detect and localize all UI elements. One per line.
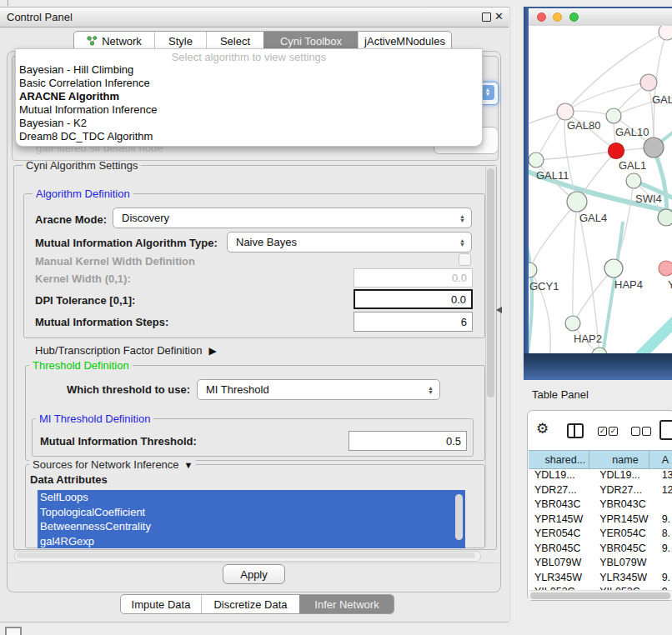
settings-gear-icon[interactable]: ⚙ (536, 422, 549, 436)
table-cell[interactable]: YDR27... (589, 483, 649, 498)
tab-infer-network[interactable]: Infer Network (299, 595, 394, 613)
zoom-traffic-light-icon[interactable] (569, 12, 579, 22)
unchecked-checkbox-icon[interactable] (631, 427, 640, 436)
algorithm-option[interactable]: Basic Correlation Inference (16, 77, 482, 90)
tab-select[interactable]: Select (206, 32, 263, 50)
attribute-list-item[interactable]: gal4RGexp (38, 534, 465, 549)
table-row[interactable]: YBR045CYBR045C9. (529, 542, 672, 557)
table-cell[interactable]: 12 (649, 483, 672, 498)
table-cell[interactable]: YBL079W (589, 556, 649, 571)
mi-threshold-field[interactable]: 0.5 (349, 431, 467, 451)
table-row[interactable]: YDR27...YDR27...12 (529, 483, 672, 498)
table-cell[interactable]: 9. (649, 571, 672, 586)
mi-algorithm-type-select[interactable]: Naive Bayes ▲▼ (227, 232, 472, 252)
settings-vertical-scrollbar[interactable] (485, 166, 496, 548)
column-header-shared-name[interactable]: shared... (529, 451, 589, 468)
table-cell[interactable]: YER054C (589, 527, 649, 542)
node-gal80[interactable] (557, 103, 574, 120)
checked-checkbox-icon[interactable]: ✓ (609, 427, 618, 436)
tab-impute-data[interactable]: Impute Data (121, 595, 201, 613)
table-row[interactable]: YBR043CYBR043C (529, 498, 672, 512)
settings-horizontal-scrollbar[interactable] (14, 551, 481, 562)
scrollbar-thumb[interactable] (487, 168, 494, 398)
attribute-list-item[interactable]: BetweennessCentrality (38, 519, 465, 534)
manual-kernel-width-checkbox[interactable] (459, 253, 471, 266)
table-row[interactable]: YBL079WYBL079W (529, 556, 672, 571)
table-cell[interactable]: 9. (649, 512, 672, 528)
table-row[interactable]: YDL19...YDL19...13 (529, 468, 672, 483)
table-cell[interactable]: YDR27... (529, 483, 589, 498)
tab-jactivemnodules[interactable]: jActiveMNodules (358, 32, 451, 50)
float-window-icon[interactable] (482, 12, 491, 22)
mi-steps-field[interactable]: 6 (354, 312, 473, 332)
algorithm-option[interactable]: Mutual Information Inference (16, 103, 482, 117)
attribute-list-item[interactable]: TopologicalCoefficient (38, 505, 465, 520)
table-cell[interactable]: YDL19... (589, 468, 649, 483)
table-cell[interactable] (649, 498, 672, 512)
algorithm-option[interactable]: Bayesian - K2 (16, 117, 482, 130)
page-icon[interactable] (659, 420, 672, 440)
table-cell[interactable]: YBR043C (529, 498, 589, 512)
table-cell[interactable]: 8. (649, 527, 672, 542)
node-gal10[interactable] (606, 108, 621, 123)
node-gal7[interactable] (640, 74, 657, 91)
algorithm-option[interactable]: ARACNE Algorithm (16, 90, 482, 103)
unchecked-checkbox-icon[interactable] (642, 427, 651, 436)
node-gal1[interactable] (609, 143, 624, 159)
node-salmon[interactable] (659, 261, 672, 276)
split-panel-icon[interactable] (567, 423, 584, 438)
mini-panel-icon[interactable] (5, 627, 22, 635)
node-gal11[interactable] (529, 152, 544, 168)
node-swi4[interactable] (626, 173, 641, 188)
node-hap2[interactable] (565, 316, 580, 331)
dpi-tolerance-field[interactable]: 0.0 (354, 289, 473, 309)
column-header-partial[interactable]: A (649, 451, 672, 468)
table-row[interactable]: YPR145WYPR145W9. (529, 512, 672, 528)
network-canvas[interactable]: GAL7 GAL80 GAL10 GAL1 GAL11 SWI4 GAL4 GC… (529, 26, 672, 353)
tab-discretize-data[interactable]: Discretize Data (201, 595, 299, 613)
table-cell[interactable]: YPR145W (589, 512, 649, 528)
tab-style[interactable]: Style (154, 32, 206, 50)
node-gcy1[interactable] (529, 262, 537, 278)
data-attributes-list[interactable]: SelfLoopsTopologicalCoefficientBetweenne… (38, 490, 465, 548)
close-traffic-light-icon[interactable] (537, 12, 546, 22)
table-row[interactable]: YER054CYER054C8. (529, 527, 672, 542)
which-threshold-select[interactable]: MI Threshold ▲▼ (197, 379, 440, 400)
tab-network[interactable]: Network (74, 32, 154, 50)
table-cell[interactable]: YPR145W (529, 512, 589, 528)
algorithm-option[interactable]: Bayesian - Hill Climbing (16, 63, 482, 77)
node-gray[interactable] (644, 138, 664, 158)
table-cell[interactable] (649, 556, 672, 571)
kernel-width-field[interactable]: 0.0 (354, 268, 473, 288)
which-threshold-label: Which threshold to use: (67, 383, 190, 396)
table-cell[interactable]: YBR045C (589, 542, 649, 557)
table-cell[interactable]: YBL079W (529, 556, 589, 571)
list-scrollbar-thumb[interactable] (455, 494, 463, 540)
close-icon[interactable]: ✕ (494, 10, 504, 22)
node-gal4[interactable] (567, 192, 587, 212)
table-cell[interactable]: YBR043C (589, 498, 649, 512)
scrollbar-thumb[interactable] (530, 592, 670, 599)
node-hap4[interactable] (604, 259, 623, 278)
attribute-list-item[interactable]: SelfLoops (38, 490, 465, 505)
table-horizontal-scrollbar[interactable] (529, 590, 672, 600)
table-cell[interactable]: YBR045C (529, 542, 589, 557)
checked-checkbox-icon[interactable]: ✓ (598, 427, 607, 436)
hub-definition-toggle[interactable]: Hub/Transcription Factor Definition▶ (35, 344, 217, 357)
table-row[interactable]: YLR345WYLR345W9. (529, 571, 672, 586)
table-cell[interactable]: 13 (649, 468, 672, 483)
table-cell[interactable]: YDL19... (529, 468, 589, 483)
table-cell[interactable]: 9. (649, 542, 672, 557)
node-green[interactable] (658, 209, 672, 226)
scrollbar-thumb[interactable] (17, 552, 475, 558)
aracne-mode-select[interactable]: Discovery ▲▼ (113, 208, 472, 228)
table-cell[interactable]: YLR345W (589, 571, 649, 586)
algorithm-option[interactable]: Dream8 DC_TDC Algorithm (16, 130, 482, 143)
minimize-traffic-light-icon[interactable] (553, 12, 562, 22)
tab-cyni-toolbox[interactable]: Cyni Toolbox (263, 32, 358, 50)
column-header-name[interactable]: name (589, 451, 649, 468)
table-cell[interactable]: YER054C (529, 527, 589, 542)
apply-button[interactable]: Apply (223, 564, 285, 584)
node[interactable] (659, 26, 672, 40)
table-cell[interactable]: YLR345W (529, 571, 589, 586)
